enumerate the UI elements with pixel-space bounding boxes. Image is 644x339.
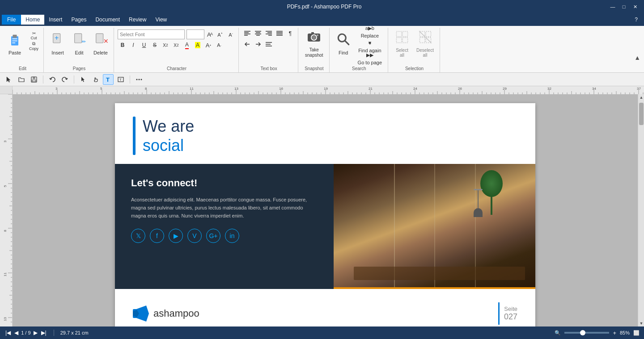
vertical-ruler xyxy=(0,94,13,326)
ribbon-collapse-button[interactable]: ▲ xyxy=(634,54,640,61)
scroll-thumb[interactable] xyxy=(639,103,644,125)
font-size-grow-btn[interactable]: AA xyxy=(205,29,214,39)
take-snapshot-button[interactable]: Takesnapshot xyxy=(302,29,326,59)
font-shrink-btn[interactable]: A- xyxy=(226,29,236,39)
maximize-button[interactable]: □ xyxy=(619,2,628,11)
align-center-button[interactable] xyxy=(253,29,263,38)
total-pages: 9 xyxy=(28,330,30,335)
highlight-button[interactable]: A xyxy=(193,40,203,50)
superscript-button[interactable]: X2 xyxy=(171,40,181,50)
scrollbar-right[interactable]: ▲ ▼ xyxy=(638,94,644,326)
paste-button[interactable]: Paste xyxy=(4,29,25,59)
font-color-button[interactable]: A xyxy=(182,40,192,50)
content-area: We are social Let's connect! Aconsectetu… xyxy=(0,86,644,326)
line-spacing-button[interactable] xyxy=(264,39,274,49)
edit-page-icon: ✏ xyxy=(72,32,86,49)
cut-button[interactable]: ✂ Cut xyxy=(27,30,41,40)
menu-file[interactable]: File xyxy=(2,15,21,25)
align-justify-button[interactable] xyxy=(275,29,284,38)
menu-insert[interactable]: Insert xyxy=(44,15,67,25)
hand-tool-button[interactable] xyxy=(90,74,101,85)
menu-home[interactable]: Home xyxy=(21,15,44,25)
v-ruler-canvas xyxy=(0,94,13,326)
subscript-button[interactable]: X2 xyxy=(161,40,170,50)
svg-point-58 xyxy=(141,79,142,80)
scroll-down-button[interactable]: ▼ xyxy=(638,320,644,326)
edit-label: Edit xyxy=(75,50,84,55)
textbox-group-label: Text box xyxy=(242,65,295,72)
googleplus-icon: G+ xyxy=(206,229,220,243)
find-button[interactable]: Find xyxy=(333,29,354,59)
ribbon-group-snapshot: Takesnapshot Snapshot xyxy=(299,28,330,72)
menu-pages[interactable]: Pages xyxy=(67,15,91,25)
insert-label: Insert xyxy=(51,50,64,55)
zoom-out-icon[interactable]: 🔍 xyxy=(555,330,561,336)
replace-button[interactable]: a▶b Replace ▼ xyxy=(355,30,385,40)
undo-button[interactable] xyxy=(47,74,58,85)
text-tool-button[interactable]: T xyxy=(103,74,114,85)
close-button[interactable]: ✕ xyxy=(631,2,640,11)
heading-line1: We are xyxy=(143,117,194,136)
bold-button[interactable]: B xyxy=(118,40,127,50)
fit-page-icon[interactable]: ⬜ xyxy=(633,330,640,336)
next-page-button[interactable]: ▶ xyxy=(33,330,38,336)
save-file-button[interactable] xyxy=(29,74,39,85)
section-body: Aconsectetuer adipiscing elit. Maecenas … xyxy=(131,196,318,220)
document-scroll[interactable]: We are social Let's connect! Aconsectetu… xyxy=(13,94,638,326)
font-size-input[interactable] xyxy=(186,29,204,39)
font-grow-btn[interactable]: A+ xyxy=(215,29,225,39)
svg-text:✕: ✕ xyxy=(103,38,108,45)
zoom-slider[interactable] xyxy=(564,332,609,334)
svg-rect-42 xyxy=(402,31,407,36)
page-number: Seite 027 xyxy=(498,302,517,325)
more-tools-button[interactable] xyxy=(134,74,144,85)
align-right-button[interactable] xyxy=(264,29,274,38)
character-group-label: Character xyxy=(118,65,236,72)
minimize-button[interactable]: — xyxy=(608,2,617,11)
find-again-button[interactable]: → Find again xyxy=(355,42,385,52)
select-tool-button[interactable] xyxy=(4,74,14,85)
font-shrink2-button[interactable]: A- xyxy=(214,40,224,50)
ribbon-group-edit: Paste ✂ Cut ⧉ Copy Edit xyxy=(2,28,44,72)
menu-review[interactable]: Review xyxy=(124,15,151,25)
prev-page-button[interactable]: ◀ xyxy=(13,330,19,336)
italic-button[interactable]: I xyxy=(128,40,138,50)
copy-button[interactable]: ⧉ Copy xyxy=(27,41,41,51)
delete-page-button[interactable]: ✕ Delete xyxy=(90,29,111,59)
edit-page-button[interactable]: ✏ Edit xyxy=(69,29,89,59)
help-button[interactable]: ? xyxy=(630,17,642,23)
indent-decrease-button[interactable] xyxy=(242,39,252,49)
pages-group-label: Pages xyxy=(47,65,111,72)
font-name-input[interactable] xyxy=(118,29,185,39)
find-icon xyxy=(336,32,351,49)
go-to-page-button[interactable]: ▶▶ Go to page xyxy=(355,54,385,63)
menu-view[interactable]: View xyxy=(151,15,171,25)
scroll-up-button[interactable]: ▲ xyxy=(638,94,644,100)
page-footer: ashampoo Seite 027 xyxy=(115,289,535,326)
zoom-in-icon[interactable]: + xyxy=(613,330,616,336)
copy-icon: ⧉ xyxy=(32,41,35,46)
strikethrough-button[interactable]: S xyxy=(150,40,160,50)
logo-area: ashampoo xyxy=(133,306,199,322)
window-controls[interactable]: — □ ✕ xyxy=(608,2,640,11)
menu-bar: File Home Insert Pages Document Review V… xyxy=(0,13,644,26)
page-header: We are social xyxy=(115,103,535,164)
textbox-tool-button[interactable]: T xyxy=(115,74,126,85)
scroll-track[interactable] xyxy=(638,100,644,320)
last-page-button[interactable]: ▶| xyxy=(40,330,47,336)
toolbar-separator-3 xyxy=(130,75,130,84)
vimeo-icon: V xyxy=(187,229,202,243)
font-grow2-button[interactable]: A+ xyxy=(203,40,213,50)
redo-button[interactable] xyxy=(59,74,70,85)
select-all-button[interactable]: Selectall xyxy=(392,29,412,59)
deselect-all-button[interactable]: Deselectall xyxy=(413,29,437,59)
menu-document[interactable]: Document xyxy=(91,15,124,25)
underline-button[interactable]: U xyxy=(139,40,149,50)
paragraph-button[interactable]: ¶ xyxy=(285,29,295,38)
align-left-button[interactable] xyxy=(242,29,252,38)
open-file-button[interactable] xyxy=(16,74,27,85)
indent-increase-button[interactable] xyxy=(253,39,263,49)
insert-page-button[interactable]: + Insert xyxy=(47,29,68,59)
first-page-button[interactable]: |◀ xyxy=(4,330,12,336)
pointer-tool-button[interactable] xyxy=(78,74,89,85)
